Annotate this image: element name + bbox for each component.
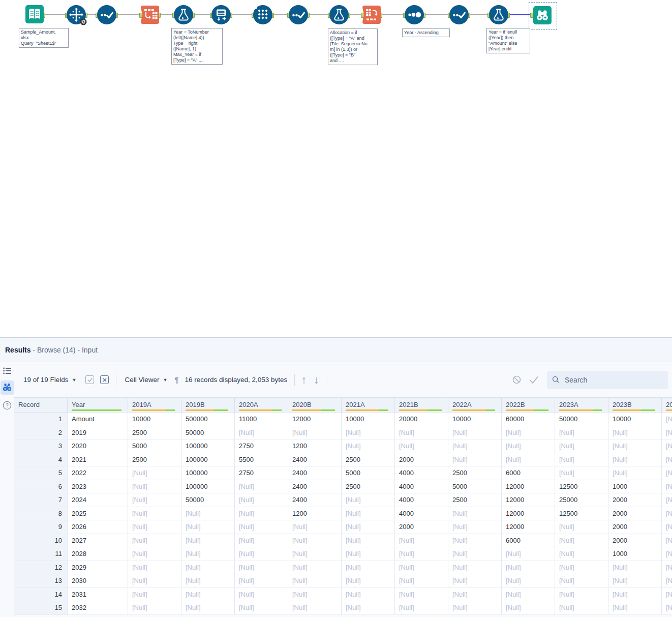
table-cell[interactable]: [Null] — [555, 453, 608, 466]
connection-selected[interactable] — [509, 14, 531, 15]
table-cell[interactable]: [Null] — [395, 561, 448, 574]
table-cell[interactable]: 5000 — [342, 466, 395, 480]
select-all-checkbox-button[interactable] — [85, 375, 94, 384]
table-cell[interactable]: [Null] — [128, 480, 181, 493]
tool-formula-1[interactable] — [174, 5, 193, 24]
table-cell[interactable]: 2400 — [288, 466, 342, 480]
connection[interactable] — [425, 14, 448, 15]
table-cell[interactable]: 1200 — [288, 439, 342, 453]
row-number-cell[interactable]: 9 — [14, 520, 68, 534]
table-cell[interactable]: [Null] — [555, 588, 608, 601]
table-cell[interactable]: [Null] — [181, 574, 235, 587]
table-cell[interactable]: [Null] — [395, 534, 448, 547]
table-cell[interactable]: [Null] — [662, 534, 672, 547]
tool-sort[interactable] — [405, 5, 424, 24]
column-header-year[interactable]: Year — [68, 398, 128, 412]
row-number-cell[interactable]: 11 — [14, 547, 68, 561]
table-cell[interactable]: 2029 — [68, 561, 128, 574]
config-list-button[interactable] — [3, 367, 11, 374]
table-cell[interactable]: [Null] — [448, 439, 502, 453]
row-number-cell[interactable]: 1 — [14, 413, 68, 426]
table-cell[interactable]: 2500 — [448, 466, 502, 480]
table-cell[interactable]: 2028 — [68, 547, 128, 561]
table-cell[interactable]: [Null] — [128, 493, 181, 507]
table-cell[interactable]: 50000 — [555, 413, 608, 426]
table-cell[interactable]: 2032 — [68, 601, 128, 614]
fields-dropdown[interactable]: 19 of 19 Fields ▼ — [23, 376, 76, 384]
table-cell[interactable]: [Null] — [342, 493, 395, 507]
table-cell[interactable]: [Null] — [235, 480, 288, 493]
table-cell[interactable]: [Null] — [502, 547, 555, 561]
row-number-cell[interactable]: 13 — [14, 574, 68, 587]
table-cell[interactable]: [Null] — [448, 574, 502, 587]
tool-tile[interactable] — [253, 5, 272, 24]
table-cell[interactable]: [Null] — [662, 466, 672, 480]
table-cell[interactable]: [Null] — [235, 534, 288, 547]
table-cell[interactable]: 2500 — [128, 426, 181, 439]
column-header-record[interactable]: Record — [14, 398, 68, 412]
table-cell[interactable]: [Null] — [181, 534, 235, 547]
connection[interactable] — [117, 14, 140, 15]
table-cell[interactable]: [Null] — [608, 561, 662, 574]
table-cell[interactable]: 1000 — [608, 547, 662, 561]
connection[interactable] — [382, 14, 404, 15]
table-cell[interactable]: 12000 — [502, 493, 555, 507]
preview-browse-button[interactable] — [1, 380, 14, 395]
tool-select-3[interactable] — [449, 5, 469, 24]
table-cell[interactable]: [Null] — [235, 520, 288, 534]
row-number-cell[interactable]: 7 — [14, 493, 68, 507]
table-cell[interactable]: 2031 — [68, 588, 128, 601]
table-cell[interactable]: [Null] — [448, 453, 502, 466]
tool-annotation[interactable]: Allocation = if ([Type] = "A" and [Tile_… — [328, 28, 378, 65]
row-number-cell[interactable]: 6 — [14, 480, 68, 493]
table-cell[interactable]: [Null] — [288, 520, 342, 534]
table-cell[interactable]: [Null] — [448, 426, 502, 439]
table-cell[interactable]: [Null] — [502, 601, 555, 614]
table-cell[interactable]: 50000 — [181, 493, 235, 507]
column-header-2023b[interactable]: 2023B — [608, 398, 662, 412]
table-cell[interactable]: [Null] — [662, 601, 672, 614]
table-cell[interactable]: [Null] — [288, 547, 342, 561]
column-header-2021b[interactable]: 2021B — [395, 398, 448, 412]
table-cell[interactable]: [Null] — [128, 466, 181, 480]
table-cell[interactable]: [Null] — [181, 507, 235, 520]
tool-multi-row-formula[interactable] — [211, 5, 231, 24]
cell-viewer-dropdown[interactable]: Cell Viewer ▼ — [125, 376, 167, 384]
table-cell[interactable]: [Null] — [662, 507, 672, 520]
table-cell[interactable]: 2500 — [342, 480, 395, 493]
table-cell[interactable]: [Null] — [502, 439, 555, 453]
table-cell[interactable]: [Null] — [395, 574, 448, 587]
table-cell[interactable]: [Null] — [662, 574, 672, 587]
table-cell[interactable]: [Null] — [342, 520, 395, 534]
table-cell[interactable]: [Null] — [555, 574, 608, 587]
table-cell[interactable]: [Null] — [342, 588, 395, 601]
deselect-all-button[interactable] — [100, 375, 109, 384]
table-cell[interactable]: [Null] — [555, 547, 608, 561]
table-cell[interactable]: [Null] — [128, 588, 181, 601]
row-number-cell[interactable]: 10 — [14, 534, 68, 547]
table-cell[interactable]: [Null] — [235, 588, 288, 601]
table-cell[interactable]: [Null] — [448, 588, 502, 601]
table-cell[interactable]: [Null] — [395, 547, 448, 561]
table-cell[interactable]: [Null] — [395, 426, 448, 439]
row-number-cell[interactable]: 12 — [14, 561, 68, 574]
table-cell[interactable]: 2000 — [395, 453, 448, 466]
table-cell[interactable]: 2022 — [68, 466, 128, 480]
table-cell[interactable]: [Null] — [181, 520, 235, 534]
tool-select-2[interactable] — [289, 5, 308, 24]
connection[interactable] — [232, 14, 252, 15]
table-cell[interactable]: 12000 — [502, 480, 555, 493]
row-number-cell[interactable]: 15 — [14, 601, 68, 614]
tool-formula-3[interactable] — [489, 5, 508, 24]
table-cell[interactable]: [Null] — [608, 466, 662, 480]
table-cell[interactable]: 20000 — [395, 413, 448, 426]
table-cell[interactable]: 6000 — [502, 466, 555, 480]
table-cell[interactable]: [Null] — [181, 547, 235, 561]
table-cell[interactable]: 2400 — [288, 453, 342, 466]
table-cell[interactable]: 1000 — [608, 480, 662, 493]
tool-formula-2[interactable] — [329, 5, 349, 24]
table-cell[interactable]: 60000 — [502, 413, 555, 426]
apply-check-icon[interactable] — [529, 376, 539, 384]
no-filter-icon[interactable] — [512, 375, 521, 384]
table-cell[interactable]: [Null] — [555, 439, 608, 453]
